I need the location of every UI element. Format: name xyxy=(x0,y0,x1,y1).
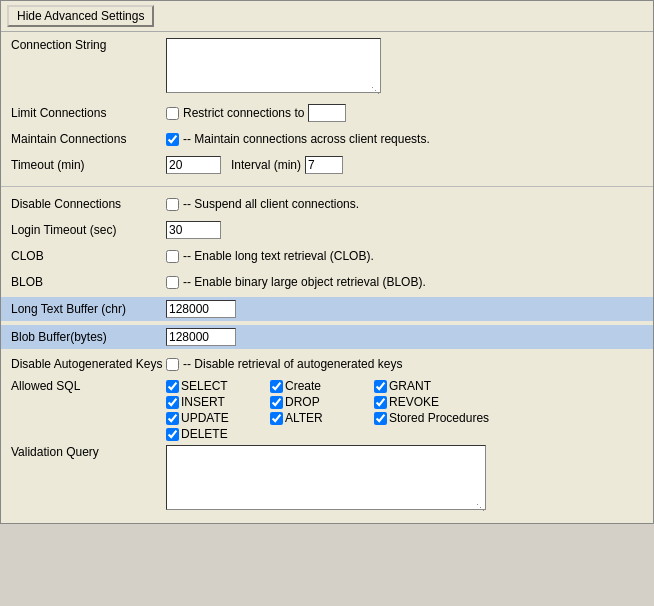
login-timeout-input[interactable] xyxy=(166,221,221,239)
sql-item-revoke: REVOKE xyxy=(374,395,474,409)
sql-update-label: UPDATE xyxy=(181,411,229,425)
sql-item-grant: GRANT xyxy=(374,379,474,393)
sql-revoke-label: REVOKE xyxy=(389,395,439,409)
connection-string-row: Connection String ⋱ xyxy=(11,38,643,96)
blob-buffer-input[interactable] xyxy=(166,328,236,346)
sql-revoke-checkbox[interactable] xyxy=(374,396,387,409)
interval-input[interactable] xyxy=(305,156,343,174)
maintain-connections-row: Maintain Connections -- Maintain connect… xyxy=(11,128,643,150)
disable-autogenerated-keys-row: Disable Autogenerated Keys -- Disable re… xyxy=(11,353,643,375)
disable-connections-desc: -- Suspend all client connections. xyxy=(183,197,359,211)
disable-connections-checkbox[interactable] xyxy=(166,198,179,211)
section-lower: Disable Connections -- Suspend all clien… xyxy=(1,187,653,523)
limit-connections-row: Limit Connections Restrict connections t… xyxy=(11,102,643,124)
sql-drop-label: DROP xyxy=(285,395,320,409)
sql-item-alter: ALTER xyxy=(270,411,370,425)
allowed-sql-row: Allowed SQL SELECT Create GRANT xyxy=(11,379,643,441)
sql-item-select: SELECT xyxy=(166,379,266,393)
maintain-connections-label: Maintain Connections xyxy=(11,132,166,146)
validation-query-row: Validation Query ⋱ xyxy=(11,445,643,513)
allowed-sql-label: Allowed SQL xyxy=(11,379,166,393)
sql-create-label: Create xyxy=(285,379,321,393)
disable-connections-row: Disable Connections -- Suspend all clien… xyxy=(11,193,643,215)
sql-row-1: SELECT Create GRANT xyxy=(166,379,504,393)
disable-connections-label: Disable Connections xyxy=(11,197,166,211)
sql-delete-checkbox[interactable] xyxy=(166,428,179,441)
limit-connections-checkbox[interactable] xyxy=(166,107,179,120)
resize-handle-validation-icon: ⋱ xyxy=(476,503,484,511)
validation-query-input[interactable] xyxy=(166,445,486,510)
sql-create-checkbox[interactable] xyxy=(270,380,283,393)
resize-handle-icon: ⋱ xyxy=(371,86,379,94)
sql-stored-procedures-label: Stored Procedures xyxy=(389,411,489,425)
sql-stored-procedures-checkbox[interactable] xyxy=(374,412,387,425)
sql-alter-label: ALTER xyxy=(285,411,323,425)
sql-grant-label: GRANT xyxy=(389,379,431,393)
sql-item-delete: DELETE xyxy=(166,427,266,441)
sql-drop-checkbox[interactable] xyxy=(270,396,283,409)
long-text-buffer-label: Long Text Buffer (chr) xyxy=(11,302,166,316)
connection-string-input[interactable] xyxy=(166,38,381,93)
clob-desc: -- Enable long text retrieval (CLOB). xyxy=(183,249,374,263)
long-text-buffer-row: Long Text Buffer (chr) xyxy=(1,297,653,321)
sql-select-checkbox[interactable] xyxy=(166,380,179,393)
disable-autogenerated-keys-label: Disable Autogenerated Keys xyxy=(11,357,166,371)
blob-desc: -- Enable binary large object retrieval … xyxy=(183,275,426,289)
clob-label: CLOB xyxy=(11,249,166,263)
sql-item-update: UPDATE xyxy=(166,411,266,425)
allowed-sql-block: SELECT Create GRANT INSERT xyxy=(166,379,504,441)
login-timeout-label: Login Timeout (sec) xyxy=(11,223,166,237)
connection-string-wrapper: ⋱ xyxy=(166,38,381,96)
connection-string-label: Connection String xyxy=(11,38,166,52)
sql-row-4: DELETE xyxy=(166,427,504,441)
sql-alter-checkbox[interactable] xyxy=(270,412,283,425)
clob-checkbox[interactable] xyxy=(166,250,179,263)
login-timeout-row: Login Timeout (sec) xyxy=(11,219,643,241)
validation-query-wrapper: ⋱ xyxy=(166,445,486,513)
blob-checkbox[interactable] xyxy=(166,276,179,289)
maintain-connections-checkbox[interactable] xyxy=(166,133,179,146)
sql-select-label: SELECT xyxy=(181,379,228,393)
sql-item-drop: DROP xyxy=(270,395,370,409)
blob-label: BLOB xyxy=(11,275,166,289)
limit-connections-label: Limit Connections xyxy=(11,106,166,120)
hide-advanced-settings-button[interactable]: Hide Advanced Settings xyxy=(7,5,154,27)
sql-item-stored-procedures: Stored Procedures xyxy=(374,411,504,425)
sql-grant-checkbox[interactable] xyxy=(374,380,387,393)
blob-buffer-row: Blob Buffer(bytes) xyxy=(1,325,653,349)
blob-buffer-label: Blob Buffer(bytes) xyxy=(11,330,166,344)
sql-insert-checkbox[interactable] xyxy=(166,396,179,409)
clob-row: CLOB -- Enable long text retrieval (CLOB… xyxy=(11,245,643,267)
blob-row: BLOB -- Enable binary large object retri… xyxy=(11,271,643,293)
long-text-buffer-input[interactable] xyxy=(166,300,236,318)
top-bar: Hide Advanced Settings xyxy=(1,1,653,32)
validation-query-label: Validation Query xyxy=(11,445,166,459)
sql-item-insert: INSERT xyxy=(166,395,266,409)
section-top: Connection String ⋱ Limit Connections Re… xyxy=(1,32,653,187)
sql-insert-label: INSERT xyxy=(181,395,225,409)
timeout-row: Timeout (min) Interval (min) xyxy=(11,154,643,176)
sql-update-checkbox[interactable] xyxy=(166,412,179,425)
timeout-label: Timeout (min) xyxy=(11,158,166,172)
disable-autogenerated-keys-desc: -- Disable retrieval of autogenerated ke… xyxy=(183,357,402,371)
main-container: Hide Advanced Settings Connection String… xyxy=(0,0,654,524)
sql-row-2: INSERT DROP REVOKE xyxy=(166,395,504,409)
restrict-connections-label: Restrict connections to xyxy=(183,106,304,120)
sql-row-3: UPDATE ALTER Stored Procedures xyxy=(166,411,504,425)
interval-label: Interval (min) xyxy=(231,158,301,172)
disable-autogenerated-keys-checkbox[interactable] xyxy=(166,358,179,371)
sql-item-create: Create xyxy=(270,379,370,393)
maintain-connections-desc: -- Maintain connections across client re… xyxy=(183,132,430,146)
restrict-connections-input[interactable] xyxy=(308,104,346,122)
sql-delete-label: DELETE xyxy=(181,427,228,441)
timeout-input[interactable] xyxy=(166,156,221,174)
